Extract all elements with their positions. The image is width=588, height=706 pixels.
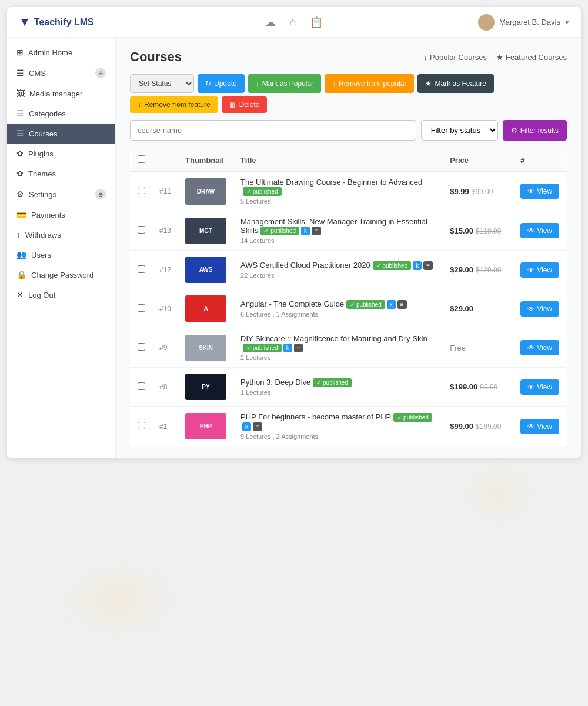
reports-icon[interactable]: 📋 [310, 16, 323, 29]
badge-blue: k [301, 227, 310, 235]
course-meta: 2 Lectures [240, 354, 436, 361]
published-badge: ✓ published [313, 378, 352, 387]
sidebar-item-log-out[interactable]: ✕ Log Out [7, 285, 115, 305]
row-checkbox[interactable] [138, 226, 145, 234]
course-title: The Ultimate Drawing Course - Beginner t… [240, 178, 436, 196]
col-title: Title [233, 149, 443, 172]
published-badge: ✓ published [260, 227, 299, 235]
row-price: $15.00$119.00 [443, 211, 513, 251]
row-title-cell: The Ultimate Drawing Course - Beginner t… [233, 171, 443, 211]
home-icon[interactable]: ⌂ [290, 16, 296, 28]
row-price: $9.99$99.00 [443, 171, 513, 211]
badge-blue: k [283, 344, 292, 352]
sidebar-label-plugins: Plugins [28, 149, 54, 158]
badge-blue: k [242, 422, 251, 431]
sidebar-item-plugins[interactable]: ✿ Plugins [7, 144, 115, 164]
row-title-cell: Python 3: Deep Dive✓ published1 Lectures [233, 368, 443, 407]
withdraws-icon: ↑ [16, 230, 21, 239]
featured-courses-link[interactable]: ★ Featured Courses [496, 53, 567, 62]
admin-home-icon: ⊞ [16, 48, 24, 57]
mark-popular-label: Mark as Popular [262, 79, 313, 88]
sidebar-label-cms: CMS [29, 69, 46, 78]
view-button[interactable]: 👁 View [520, 301, 559, 317]
select-all-checkbox[interactable] [138, 155, 145, 163]
badge-dark: ≡ [312, 227, 321, 235]
settings-badge: ⊕ [95, 189, 106, 199]
sidebar-item-courses[interactable]: ☰ Courses [7, 124, 115, 144]
search-input[interactable] [130, 120, 416, 141]
delete-button[interactable]: 🗑 Delete [222, 96, 268, 113]
mark-as-feature-button[interactable]: ★ Mark as Feature [417, 74, 493, 93]
course-meta: 1 Lectures [240, 389, 436, 396]
sidebar-item-themes[interactable]: ✿ Themes [7, 164, 115, 184]
table-row: #1PHPPHP For beginners - become master o… [131, 407, 567, 447]
payments-icon: 💳 [16, 210, 26, 219]
sidebar-item-users[interactable]: 👥 Users [7, 245, 115, 265]
sidebar-item-admin-home[interactable]: ⊞ Admin Home [7, 42, 115, 62]
update-button[interactable]: ↻ Update [198, 74, 245, 93]
view-button[interactable]: 👁 View [520, 419, 559, 434]
remove-from-popular-button[interactable]: ↓ Remove from popular [325, 74, 414, 93]
row-id: #8 [152, 368, 178, 407]
view-button[interactable]: 👁 View [520, 184, 559, 199]
media-icon: 🖼 [16, 89, 25, 98]
logo-icon: ▼ [19, 15, 31, 29]
course-title: DIY Skincare :: Magnificence for Maturin… [240, 334, 436, 352]
sidebar-item-payments[interactable]: 💳 Payments [7, 205, 115, 225]
row-price: $199.00$9.99 [443, 368, 513, 407]
remove-from-feature-button[interactable]: ↓ Remove from feature [130, 96, 218, 113]
row-action: 👁 View [513, 171, 566, 211]
eye-icon: 👁 [527, 227, 534, 235]
view-button[interactable]: 👁 View [520, 340, 559, 355]
sidebar-item-media-manager[interactable]: 🖼 Media manager [7, 84, 115, 104]
view-button[interactable]: 👁 View [520, 262, 559, 278]
delete-label: Delete [239, 101, 260, 109]
filter-row: Filter by status Published Unpublished P… [130, 120, 567, 141]
eye-icon: 👁 [527, 305, 534, 313]
sidebar-item-settings[interactable]: ⚙ Settings ⊕ [7, 184, 115, 205]
cloud-icon[interactable]: ☁ [265, 16, 276, 29]
courses-icon: ☰ [16, 129, 24, 138]
row-action: 👁 View [513, 407, 566, 447]
badge-dark: ≡ [253, 422, 262, 431]
badge-dark: ≡ [294, 344, 303, 352]
view-button[interactable]: 👁 View [520, 379, 559, 395]
popular-courses-link[interactable]: ↓ Popular Courses [424, 53, 487, 62]
table-row: #11DRAWThe Ultimate Drawing Course - Beg… [131, 171, 567, 211]
popular-courses-label: Popular Courses [430, 53, 487, 62]
filter-results-button[interactable]: ⚙ Filter results [503, 120, 567, 141]
row-checkbox[interactable] [138, 343, 145, 351]
row-checkbox[interactable] [138, 304, 145, 312]
row-checkbox[interactable] [138, 187, 145, 194]
sidebar-item-withdraws[interactable]: ↑ Withdraws [7, 225, 115, 245]
row-checkbox[interactable] [138, 422, 145, 429]
user-dropdown-icon[interactable]: ▾ [565, 18, 569, 26]
password-icon: 🔒 [16, 270, 26, 279]
sidebar-item-change-password[interactable]: 🔒 Change Password [7, 265, 115, 285]
view-button[interactable]: 👁 View [520, 223, 559, 238]
row-price: Free [443, 328, 513, 368]
sidebar-label-log-out: Log Out [28, 291, 55, 299]
row-title-cell: Angular - The Complete Guide✓ publishedk… [233, 289, 443, 328]
table-row: #10AAngular - The Complete Guide✓ publis… [131, 289, 567, 328]
courses-table: Thumbnail Title Price # #11DRAWThe Ultim… [130, 149, 567, 447]
sidebar-item-cms[interactable]: ☰ CMS ⊕ [7, 62, 115, 84]
course-title: Python 3: Deep Dive✓ published [240, 378, 436, 387]
main-content: Courses ↓ Popular Courses ★ Featured Cou… [116, 38, 581, 458]
row-thumbnail: A [178, 289, 233, 328]
badge-blue: k [413, 261, 422, 270]
row-id: #12 [152, 251, 178, 289]
status-filter[interactable]: Filter by status Published Unpublished P… [421, 120, 498, 141]
navbar-right: Margaret B. Davis ▾ [323, 14, 569, 31]
set-status-button[interactable]: Set Status Published Unpublished [130, 74, 194, 93]
course-meta: 9 Lectures , 2 Assignments [240, 433, 436, 440]
remove-feature-label: Remove from feature [144, 101, 211, 109]
remove-feature-icon: ↓ [138, 101, 141, 109]
eye-icon: 👁 [527, 422, 534, 431]
page-header-links: ↓ Popular Courses ★ Featured Courses [424, 53, 567, 62]
sidebar: ⊞ Admin Home ☰ CMS ⊕ 🖼 Media manager ☰ C… [7, 38, 116, 458]
sidebar-item-categories[interactable]: ☰ Categories [7, 104, 115, 124]
mark-as-popular-button[interactable]: ↓ Mark as Popular [248, 74, 321, 93]
row-checkbox[interactable] [138, 265, 145, 273]
row-checkbox[interactable] [138, 382, 145, 390]
